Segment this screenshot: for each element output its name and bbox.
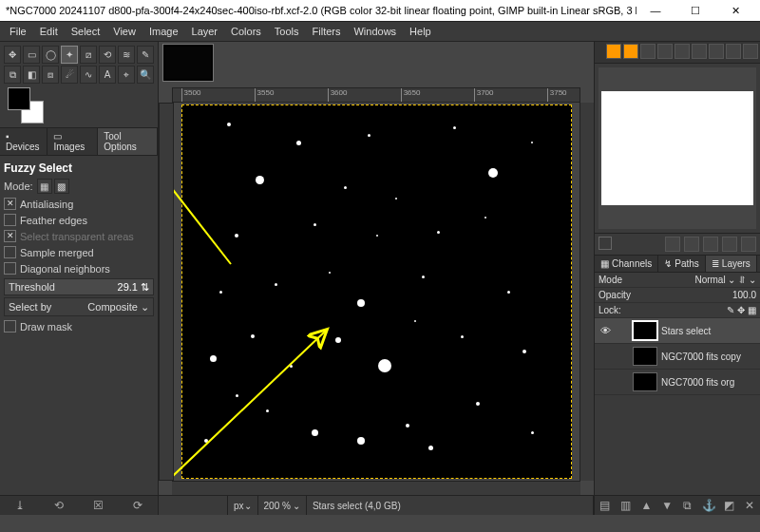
- mode-dropdown[interactable]: Normal ⌄: [694, 275, 735, 285]
- layer-name[interactable]: Stars select: [661, 326, 756, 336]
- layer-name[interactable]: NGC7000 fits copy: [661, 352, 756, 362]
- image-tab[interactable]: [162, 44, 214, 82]
- text-icon[interactable]: [640, 44, 656, 59]
- tool-free-select[interactable]: ◯: [42, 46, 59, 64]
- brush-icon[interactable]: [709, 44, 724, 59]
- mask-layer-icon[interactable]: ◩: [722, 499, 735, 512]
- menu-view[interactable]: View: [107, 24, 142, 39]
- tab-tool-options[interactable]: Tool Options: [98, 128, 158, 155]
- lock-alpha-icon[interactable]: ▦: [748, 305, 756, 315]
- tool-clone[interactable]: ⧈: [42, 66, 59, 84]
- lower-layer-icon[interactable]: ▼: [660, 499, 674, 512]
- scrollbar-horizontal[interactable]: [172, 481, 580, 495]
- opacity-row[interactable]: Opacity 100.0: [595, 288, 760, 303]
- tool-warp[interactable]: ≋: [118, 46, 135, 64]
- tool-color-picker[interactable]: ⌖: [118, 66, 135, 84]
- tab-images[interactable]: ▭ Images: [48, 128, 98, 155]
- delete-presets-icon[interactable]: ☒: [92, 499, 105, 512]
- reset-presets-icon[interactable]: ⟳: [131, 499, 144, 512]
- opt-diagonal[interactable]: Diagonal neighbors: [4, 262, 154, 275]
- tool-move[interactable]: ✥: [4, 46, 21, 64]
- tab-layers[interactable]: ≣Layers: [706, 256, 757, 272]
- font-icon[interactable]: [692, 44, 707, 59]
- menu-edit[interactable]: Edit: [34, 24, 64, 39]
- menu-filters[interactable]: Filters: [307, 24, 347, 39]
- save-presets-icon[interactable]: ⤓: [13, 499, 27, 512]
- menu-colors[interactable]: Colors: [225, 24, 267, 39]
- window-maximize-button[interactable]: ☐: [676, 0, 714, 21]
- tool-paintbrush[interactable]: ✎: [137, 46, 154, 64]
- menu-help[interactable]: Help: [404, 24, 437, 39]
- layer-name[interactable]: NGC7000 fits org: [661, 377, 756, 388]
- stepper-icon[interactable]: ⇅: [141, 281, 149, 293]
- refresh-brush-icon[interactable]: [741, 237, 756, 252]
- chevron-down-icon[interactable]: ⌄: [749, 275, 756, 285]
- new-group-icon[interactable]: ▥: [619, 499, 633, 512]
- tool-rect-select[interactable]: ▭: [23, 46, 40, 64]
- fg-bg-colors[interactable]: [8, 87, 46, 125]
- mode-add-button[interactable]: ▩: [54, 179, 69, 194]
- window-titlebar: *NGC7000 20241107 d800-pfa-300f4-24x240s…: [0, 0, 760, 21]
- pointer-icon[interactable]: [623, 44, 638, 59]
- delete-layer-icon[interactable]: ✕: [743, 499, 756, 512]
- menu-layer[interactable]: Layer: [186, 24, 224, 39]
- pattern-icon[interactable]: [674, 44, 690, 59]
- lock-position-icon[interactable]: ✥: [737, 305, 745, 315]
- zoom-dropdown[interactable]: 200 % ⌄: [258, 496, 307, 515]
- dash-icon[interactable]: [743, 44, 758, 59]
- tool-bucket[interactable]: ⧉: [4, 66, 21, 84]
- tool-transform[interactable]: ⟲: [99, 46, 116, 64]
- restore-presets-icon[interactable]: ⟲: [52, 499, 66, 512]
- window-close-button[interactable]: ✕: [716, 0, 754, 21]
- ruler-horizontal[interactable]: 3500 3550 3600 3650 3700 3750: [172, 87, 580, 103]
- unit-dropdown[interactable]: px ⌄: [228, 496, 258, 515]
- opt-select-transparent[interactable]: Select transparent areas: [4, 230, 154, 242]
- menu-tools[interactable]: Tools: [269, 24, 305, 39]
- select-by-dropdown[interactable]: Select by Composite ⌄: [4, 297, 154, 316]
- new-brush-icon[interactable]: [665, 237, 680, 252]
- opt-draw-mask[interactable]: Draw mask: [4, 320, 154, 332]
- eye-icon[interactable]: 👁: [598, 325, 612, 336]
- new-layer-icon[interactable]: ▤: [598, 499, 612, 512]
- gradient-icon[interactable]: [657, 44, 673, 59]
- tool-path[interactable]: ∿: [80, 66, 97, 84]
- image-view[interactable]: [181, 104, 572, 479]
- threshold-slider[interactable]: Threshold 29.1 ⇅: [4, 278, 154, 295]
- mode-replace-button[interactable]: ▦: [37, 179, 52, 194]
- tool-zoom[interactable]: 🔍: [137, 66, 154, 84]
- tab-channels[interactable]: ▦Channels: [595, 256, 658, 272]
- path-icon[interactable]: [726, 44, 741, 59]
- opt-antialias[interactable]: Antialiasing: [4, 198, 154, 210]
- dup-layer-icon[interactable]: ⧉: [681, 499, 694, 512]
- canvas[interactable]: [174, 103, 580, 481]
- opt-feather[interactable]: Feather edges: [4, 214, 154, 226]
- tool-fuzzy-select[interactable]: ✦: [61, 46, 78, 64]
- mode-switch-icon[interactable]: ⥯: [738, 275, 746, 285]
- window-minimize-button[interactable]: —: [636, 0, 674, 21]
- merge-layer-icon[interactable]: ⚓: [702, 499, 715, 512]
- navigation-preview[interactable]: [598, 67, 756, 229]
- tool-smudge[interactable]: ☄: [61, 66, 78, 84]
- tab-paths[interactable]: ↯Paths: [658, 256, 706, 272]
- opt-sample-merged[interactable]: Sample merged: [4, 246, 154, 258]
- layer-row[interactable]: NGC7000 fits copy: [595, 344, 760, 370]
- layer-row[interactable]: NGC7000 fits org: [595, 370, 760, 395]
- lock-pixels-icon[interactable]: ✎: [727, 305, 734, 315]
- edit-brush-icon[interactable]: [684, 237, 699, 252]
- fg-color-swatch[interactable]: [8, 87, 30, 110]
- raise-layer-icon[interactable]: ▲: [639, 499, 653, 512]
- menu-select[interactable]: Select: [66, 24, 106, 39]
- tool-eraser[interactable]: ◧: [23, 66, 40, 84]
- tool-crop[interactable]: ⧄: [80, 46, 97, 64]
- dup-brush-icon[interactable]: [703, 237, 718, 252]
- menu-windows[interactable]: Windows: [348, 24, 402, 39]
- tool-text[interactable]: A: [99, 66, 116, 84]
- menu-image[interactable]: Image: [143, 24, 184, 39]
- scrollbar-vertical[interactable]: [580, 103, 594, 481]
- ruler-vertical[interactable]: [159, 103, 174, 481]
- layer-row[interactable]: 👁Stars select: [595, 318, 760, 344]
- tab-devices[interactable]: ▪ Devices: [0, 128, 48, 155]
- histogram-icon[interactable]: [606, 44, 621, 59]
- menu-file[interactable]: File: [4, 24, 32, 39]
- del-brush-icon[interactable]: [722, 237, 737, 252]
